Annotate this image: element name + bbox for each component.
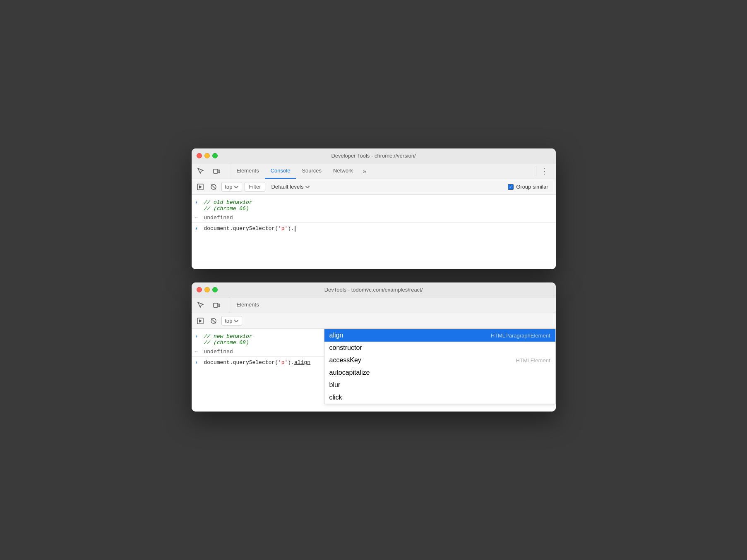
group-similar-1: ✓ Group similar	[508, 184, 552, 190]
inspect-element-icon-2[interactable]	[195, 299, 207, 311]
autocomplete-item-constructor[interactable]: constructor	[324, 342, 555, 354]
tab-elements-2[interactable]: Elements	[231, 297, 265, 313]
console-undefined-2: undefined	[204, 349, 233, 355]
fullscreen-button-2[interactable]	[212, 287, 218, 292]
title-bar-2: DevTools - todomvc.com/examples/react/	[192, 282, 556, 297]
minimize-button-1[interactable]	[204, 153, 210, 158]
tab-elements-1[interactable]: Elements	[231, 163, 265, 179]
toolbar-icons-1	[195, 163, 229, 179]
close-button-1[interactable]	[197, 153, 202, 158]
device-toolbar-icon-2[interactable]	[211, 299, 222, 311]
console-return-arrow-1: ←	[195, 215, 201, 221]
device-toolbar-icon[interactable]	[211, 165, 222, 177]
console-return-1: ← undefined	[192, 213, 556, 223]
clear-console-icon[interactable]	[208, 182, 219, 192]
fullscreen-button-1[interactable]	[212, 153, 218, 158]
window-title-2: DevTools - todomvc.com/examples/react/	[324, 287, 423, 293]
console-prompt-2: ›	[195, 333, 201, 340]
kebab-menu-1[interactable]: ⋮	[536, 163, 552, 179]
autocomplete-item-click[interactable]: click	[324, 391, 555, 404]
svg-marker-9	[199, 319, 202, 323]
tab-bar-1: Elements Console Sources Network » ⋮	[192, 163, 556, 179]
console-toolbar-1: top Filter Default levels ✓ Group simila…	[192, 179, 556, 195]
context-selector-1[interactable]: top	[221, 182, 242, 191]
tab-more-1[interactable]: »	[360, 163, 370, 179]
console-code-1: // old behavior // (chrome 66)	[204, 199, 252, 212]
console-content-1: › // old behavior // (chrome 66) ← undef…	[192, 195, 556, 269]
console-prompt-1: ›	[195, 199, 201, 206]
close-button-2[interactable]	[197, 287, 202, 292]
tab-sources-1[interactable]: Sources	[296, 163, 327, 179]
console-input-text-1[interactable]: document.querySelector('p').	[204, 225, 552, 232]
run-script-icon-2[interactable]	[195, 316, 206, 326]
console-code-2: // new behavior // (chrome 68)	[204, 333, 252, 346]
autocomplete-item-blur[interactable]: blur	[324, 379, 555, 391]
console-entry-1: › // old behavior // (chrome 66)	[192, 198, 556, 213]
autocomplete-typed-text: align	[294, 359, 310, 366]
clear-console-icon-2[interactable]	[208, 316, 219, 326]
tab-bar-2: Elements	[192, 297, 556, 313]
console-toolbar-2: top	[192, 313, 556, 329]
tab-console-1[interactable]: Console	[265, 163, 296, 179]
console-undefined-1: undefined	[204, 215, 233, 221]
tab-network-1[interactable]: Network	[327, 163, 359, 179]
title-bar-1: Developer Tools - chrome://version/	[192, 148, 556, 163]
devtools-window-2: DevTools - todomvc.com/examples/react/ E…	[192, 282, 556, 412]
toolbar-icons-2	[195, 297, 229, 313]
default-levels-button-1[interactable]: Default levels	[268, 182, 312, 191]
traffic-lights-1	[197, 153, 218, 158]
svg-rect-7	[218, 304, 220, 307]
console-input-prompt-1: ›	[195, 225, 201, 232]
window-title-1: Developer Tools - chrome://version/	[331, 153, 416, 159]
svg-rect-6	[214, 303, 218, 307]
window2-content: › // new behavior // (chrome 68) ← undef…	[192, 329, 556, 412]
inspect-element-icon[interactable]	[195, 165, 207, 177]
context-selector-2[interactable]: top	[221, 316, 242, 325]
group-similar-checkbox-1[interactable]: ✓	[508, 184, 514, 190]
devtools-window-1: Developer Tools - chrome://version/ Elem…	[192, 148, 556, 269]
svg-rect-1	[218, 170, 220, 173]
svg-marker-3	[199, 185, 202, 189]
console-input-prompt-2: ›	[195, 359, 201, 366]
minimize-button-2[interactable]	[204, 287, 210, 292]
console-return-arrow-2: ←	[195, 349, 201, 355]
traffic-lights-2	[197, 287, 218, 292]
autocomplete-item-accesskey[interactable]: accessKey HTMLElement	[324, 354, 555, 366]
filter-button-1[interactable]: Filter	[245, 182, 266, 191]
autocomplete-item-autocapitalize[interactable]: autocapitalize	[324, 366, 555, 379]
console-input-line-1[interactable]: › document.querySelector('p').	[192, 223, 556, 234]
text-cursor-1	[295, 226, 295, 232]
run-script-icon[interactable]	[195, 182, 206, 192]
autocomplete-dropdown[interactable]: align HTMLParagraphElement constructor a…	[324, 329, 556, 404]
svg-rect-0	[214, 169, 218, 173]
autocomplete-item-align[interactable]: align HTMLParagraphElement	[324, 329, 555, 342]
